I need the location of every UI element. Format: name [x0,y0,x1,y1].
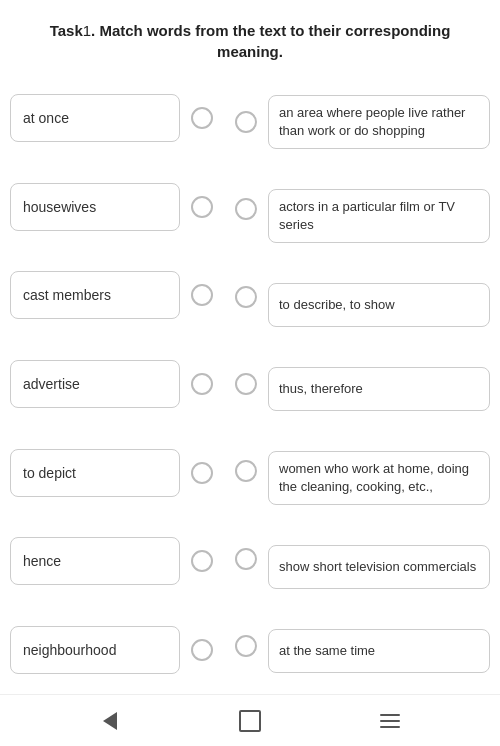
task-number: 1 [83,22,91,39]
radio-right-3[interactable] [235,286,257,308]
bottom-nav [0,694,500,746]
word-card-1: at once [10,94,180,142]
page-header: Task1. Match words from the text to thei… [0,0,500,74]
meaning-card-3: to describe, to show [268,283,490,327]
word-card-3: cast members [10,271,180,319]
word-card-6: hence [10,537,180,585]
radio-right-4[interactable] [235,373,257,395]
radio-left-column [180,74,224,694]
word-card-4: advertise [10,360,180,408]
task-description: . Match words from the text to their cor… [91,22,450,60]
word-card-2: housewives [10,183,180,231]
meaning-card-4: thus, therefore [268,367,490,411]
radio-right-2[interactable] [235,198,257,220]
back-button[interactable] [96,707,124,735]
radio-left-4[interactable] [191,373,213,395]
radio-left-3[interactable] [191,284,213,306]
meaning-card-2: actors in a particular film or TV series [268,189,490,243]
radio-left-7[interactable] [191,639,213,661]
matching-area: at once housewives cast members advertis… [0,74,500,694]
meaning-card-1: an area where people live rather than wo… [268,95,490,149]
radio-right-6[interactable] [235,548,257,570]
word-column: at once housewives cast members advertis… [10,74,180,694]
task-label: Task [50,22,83,39]
radio-left-2[interactable] [191,196,213,218]
radio-right-1[interactable] [235,111,257,133]
meaning-column: an area where people live rather than wo… [268,74,490,694]
meaning-card-6: show short television commercials [268,545,490,589]
home-button[interactable] [236,707,264,735]
radio-right-column [224,74,268,694]
radio-left-1[interactable] [191,107,213,129]
word-card-5: to depict [10,449,180,497]
radio-left-5[interactable] [191,462,213,484]
radio-right-5[interactable] [235,460,257,482]
menu-button[interactable] [376,707,404,735]
radio-right-7[interactable] [235,635,257,657]
meaning-card-5: women who work at home, doing the cleani… [268,451,490,505]
meaning-card-7: at the same time [268,629,490,673]
word-card-7: neighbourhood [10,626,180,674]
radio-left-6[interactable] [191,550,213,572]
